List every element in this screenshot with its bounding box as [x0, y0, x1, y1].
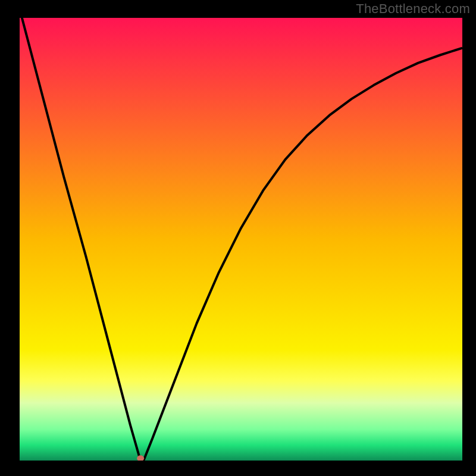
watermark-text: TheBottleneck.com	[356, 1, 470, 17]
chart-svg	[20, 18, 462, 461]
chart-frame: TheBottleneck.com	[0, 0, 476, 476]
gradient-background	[20, 18, 462, 461]
plot-area	[20, 18, 462, 461]
